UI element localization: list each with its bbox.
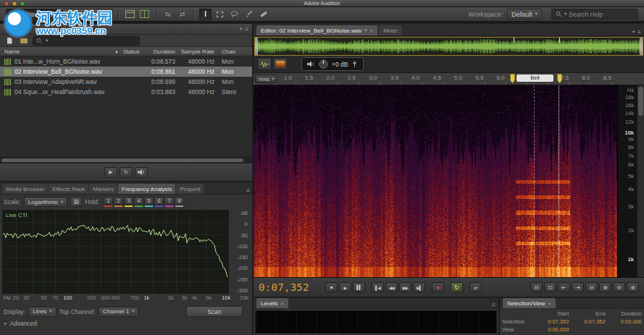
panel-tab[interactable]: Frequency Analysis (118, 184, 175, 194)
preview-loop-button[interactable]: ↻ (120, 167, 133, 178)
volume-hud[interactable]: +0 dB (301, 57, 364, 71)
range-handle-right[interactable] (640, 38, 643, 55)
pause-button[interactable]: ▌▌ (353, 282, 365, 292)
import-file-button[interactable] (4, 36, 15, 46)
multitrack-view-button[interactable]: Multitrack (62, 9, 114, 20)
close-icon[interactable]: × (548, 300, 551, 307)
scrollbar-thumb[interactable] (638, 87, 643, 116)
hold-button[interactable]: 5 (144, 197, 154, 207)
playhead-line[interactable] (559, 85, 559, 277)
time-selection-tool-button[interactable]: I (199, 9, 212, 20)
skip-forward-button[interactable]: ▶▌ (413, 282, 425, 292)
hold-button[interactable]: 6 (154, 197, 164, 207)
file-row[interactable]: 04 Sque...or_HealPainbrush.wav 0:03.883 … (0, 87, 252, 97)
grid-toggle-button[interactable]: ⊞ (70, 197, 82, 207)
close-icon[interactable]: × (280, 300, 284, 307)
time-format-selector[interactable]: hms ▾ (255, 75, 277, 83)
close-icon[interactable]: × (369, 27, 373, 34)
range-handle-left[interactable] (255, 38, 258, 55)
stop-button[interactable]: ■ (325, 282, 338, 292)
rewind-button[interactable]: ◀◀ (385, 282, 398, 292)
slide-tool-button[interactable]: ⇄ (176, 9, 188, 20)
column-channels[interactable]: Chan (214, 48, 252, 55)
window-titlebar[interactable]: Adobe Audition (0, 0, 644, 7)
marker-label[interactable]: Bell (517, 75, 553, 82)
file-row[interactable]: 02 Interview_Bell_BGNoise.wav 0:08.861 4… (0, 67, 252, 77)
vertical-scrollbar[interactable] (637, 85, 644, 277)
frequency-graph[interactable]: Live CTI (2, 210, 229, 294)
minimize-window-button[interactable] (12, 1, 17, 6)
zoom-in-right-edge-button[interactable]: ⇥ (572, 282, 584, 292)
editor-layout-button[interactable] (124, 9, 136, 20)
waveform-view-button[interactable]: Waveform (6, 9, 60, 20)
play-button[interactable]: ▶ (339, 282, 351, 292)
hold-button[interactable]: 2 (114, 197, 123, 207)
file-row[interactable]: 01 Inte...w_Horn_BGNoise.wav 0:08.573 48… (0, 56, 252, 67)
fast-forward-button[interactable]: ▶▶ (399, 282, 411, 292)
tab-editor[interactable]: Editor: 02 Interview_Bell_BGNoise.wav ▾ … (256, 25, 377, 35)
search-input[interactable] (569, 11, 627, 18)
zoom-in-horizontal-button[interactable]: ⊕ (599, 282, 611, 292)
hold-button[interactable]: 7 (164, 197, 174, 207)
close-window-button[interactable] (4, 1, 9, 6)
spectrogram-area[interactable] (254, 85, 617, 277)
hold-button[interactable]: 1 (104, 197, 113, 207)
panel-menu-icon[interactable]: ≡ (637, 29, 641, 35)
zoom-in-left-edge-button[interactable]: ⇤ (558, 282, 570, 292)
file-row[interactable]: 03 Interview_AdaptiveNR.wav 0:08.699 480… (0, 77, 252, 87)
selection-start[interactable]: 0:07,352 (532, 318, 569, 325)
panel-tab[interactable]: Media Browser (2, 184, 48, 194)
column-status[interactable]: Status (123, 48, 143, 55)
panel-menu-icon[interactable]: ≡ (246, 187, 250, 194)
hold-button[interactable]: 8 (175, 197, 184, 207)
skip-back-button[interactable]: ▌◀ (372, 282, 384, 292)
advanced-section[interactable]: ▸ Advanced (0, 318, 252, 328)
display-dropdown[interactable]: Lines ▾ (28, 307, 56, 317)
volume-knob-icon[interactable] (319, 59, 328, 69)
chevron-down-icon[interactable]: ▾ (632, 30, 635, 35)
files-search-box[interactable]: ▾ (33, 36, 140, 46)
tab-levels[interactable]: Levels × (256, 298, 288, 308)
overview-navigator[interactable] (254, 37, 643, 56)
panel-menu-icon[interactable]: ≡ (245, 26, 248, 33)
lasso-selection-tool-button[interactable] (228, 9, 241, 20)
marker-handle-right[interactable] (557, 74, 562, 83)
files-horizontal-scrollbar[interactable] (0, 157, 252, 163)
record-button[interactable]: ● (432, 282, 444, 292)
split-layout-button[interactable] (138, 9, 151, 20)
current-time-display[interactable]: 0:07,352 (259, 281, 309, 293)
show-waveform-button[interactable] (257, 58, 272, 70)
loop-playback-button[interactable]: ↻ (451, 282, 463, 292)
scale-dropdown[interactable]: Logarithmic ▾ (24, 197, 68, 207)
scrollbar-thumb[interactable] (1, 158, 243, 162)
zoom-window-button[interactable] (20, 1, 25, 6)
hold-button[interactable]: 4 (134, 197, 143, 207)
scan-button[interactable]: Scan (186, 306, 243, 317)
preview-play-button[interactable]: ▶ (104, 167, 117, 178)
marker-handle-left[interactable] (510, 74, 515, 83)
preview-autoplay-button[interactable] (135, 167, 148, 178)
panel-menu-icon[interactable]: ≡ (492, 302, 495, 308)
tab-mixer[interactable]: Mixer (379, 25, 402, 35)
tab-selection-view[interactable]: Selection/View × (503, 298, 556, 308)
column-duration[interactable]: Duration (143, 48, 175, 55)
zoom-out-horizontal-button[interactable]: ⊖ (585, 282, 598, 292)
timeline-ruler[interactable]: hms ▾ 0.51.01.52.02.53.03.54.04.55.05.56… (254, 73, 644, 85)
slip-tool-button[interactable]: ⇆ (162, 9, 174, 20)
bell-marker-range[interactable]: Bell (513, 74, 559, 84)
panel-tab[interactable]: Effects Rack (49, 184, 88, 194)
show-spectral-display-button[interactable] (273, 58, 288, 70)
view-start[interactable]: 0:00,000 (532, 326, 569, 333)
column-sample-rate[interactable]: Sample Rate (175, 48, 214, 55)
marquee-selection-tool-button[interactable] (214, 9, 226, 20)
spot-healing-brush-tool-button[interactable] (257, 9, 269, 20)
help-search-box[interactable]: ▾ (551, 9, 638, 20)
selection-duration[interactable]: 0:00,000 (606, 318, 642, 325)
panel-tab[interactable]: Markers (89, 184, 117, 194)
paintbrush-tool-button[interactable] (243, 9, 255, 20)
skip-selection-button[interactable]: ⇄ (469, 282, 482, 292)
pin-hud-icon[interactable] (351, 61, 358, 67)
open-file-button[interactable] (18, 36, 30, 46)
zoom-out-full-button[interactable]: ⊟ (530, 282, 543, 292)
panel-tab[interactable]: Properti (176, 184, 204, 194)
